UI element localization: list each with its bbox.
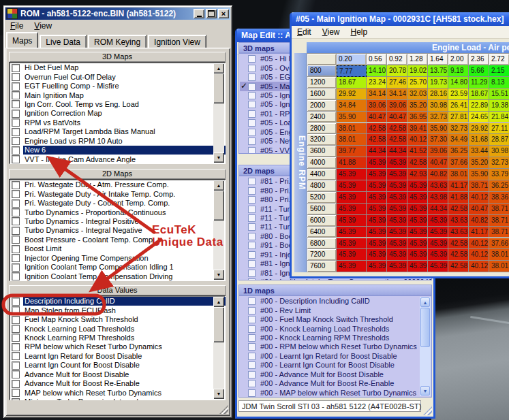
list-item[interactable]: Learnt Ign Count for Boost Disable — [10, 361, 226, 370]
scroll-down-arrow-icon[interactable]: ▼ — [213, 389, 224, 399]
map-cell[interactable]: 39.41 — [407, 123, 428, 135]
column-header[interactable]: 1.28 — [407, 53, 428, 65]
list-item[interactable]: Main Ignition Map — [10, 91, 226, 99]
map-cell[interactable]: 40.47 — [387, 112, 407, 123]
map-cell[interactable]: 45.39 — [337, 192, 367, 204]
checkbox[interactable] — [248, 353, 256, 360]
row-header[interactable]: 2800 — [307, 123, 337, 135]
list-item[interactable]: Description Including CalID — [10, 297, 226, 306]
map-cell[interactable]: 39.06 — [367, 100, 387, 112]
list-item[interactable]: #00 - MAP below which Reset Turbo Dynami… — [240, 388, 431, 397]
column-header[interactable]: 0.92 — [387, 53, 407, 65]
list-item[interactable]: Knock Learning Load Thresholds — [10, 324, 226, 333]
map-cell[interactable]: 45.39 — [367, 261, 387, 272]
map-cell[interactable]: 20.78 — [387, 65, 407, 77]
list-2d-maps[interactable]: Pri. Wastegate Duty - Atm. Pressure Comp… — [9, 179, 226, 281]
map-cell[interactable]: 36.25 — [448, 146, 469, 157]
map-cell[interactable]: 45.39 — [407, 192, 428, 204]
map-cell[interactable]: 45.39 — [407, 249, 428, 261]
map-cell[interactable]: 45.39 — [337, 180, 367, 192]
map-cell[interactable]: 45.39 — [428, 249, 448, 261]
map-cell[interactable]: 45.39 — [407, 180, 428, 192]
list-item[interactable]: Learnt Ign Retard for Boost Disable — [10, 352, 226, 361]
map-cell[interactable]: 45.39 — [367, 215, 387, 227]
checkbox[interactable] — [12, 181, 20, 189]
map-cell[interactable]: 38.71 — [469, 180, 489, 192]
tab-maps[interactable]: Maps — [6, 32, 38, 48]
scroll-up-arrow-icon[interactable]: ▲ — [213, 297, 224, 307]
checkbox[interactable] — [12, 343, 20, 351]
map-cell[interactable]: 30.98 — [428, 100, 448, 112]
map-cell[interactable]: 18.67 — [337, 77, 367, 88]
checkbox[interactable] — [12, 272, 20, 280]
checkbox[interactable] — [248, 214, 256, 222]
list-item[interactable]: VVT - Intake Cam Advance Angle — [10, 155, 226, 163]
checkbox[interactable] — [248, 297, 256, 305]
list-item[interactable]: #00 - Description Including CalID — [240, 297, 431, 306]
map-cell[interactable]: 38.71 — [489, 204, 509, 215]
map-cell[interactable]: 34.14 — [367, 88, 387, 100]
minimize-button[interactable] — [194, 9, 204, 18]
map-cell[interactable]: 30.98 — [489, 146, 509, 157]
map-cell[interactable]: 45.39 — [387, 192, 407, 204]
map-cell[interactable]: 37.66 — [448, 157, 469, 169]
checkbox[interactable] — [12, 217, 20, 225]
list-item[interactable]: #00 - RPM below which Reset Turbo Dynami… — [240, 342, 431, 351]
map-cell[interactable]: 36.25 — [489, 180, 509, 192]
map-cell[interactable]: 45.39 — [387, 169, 407, 180]
map-cell[interactable]: 2.15 — [489, 65, 509, 77]
list-item[interactable]: Advance Mult for Boost Re-Enable — [10, 379, 226, 388]
checkbox[interactable] — [248, 110, 256, 118]
list-item[interactable]: MAP below which Reset Turbo Dynamics — [10, 388, 226, 397]
map-cell[interactable]: 39.06 — [387, 100, 407, 112]
list-item[interactable]: Pri. Wastegate Duty - Coolant Temp. Comp… — [10, 199, 226, 208]
map-cell[interactable]: 40.12 — [469, 261, 489, 272]
row-header[interactable]: 3200 — [307, 134, 337, 146]
map-cell[interactable]: 42.58 — [407, 157, 428, 169]
map-cell[interactable]: 45.39 — [337, 261, 367, 272]
map-cell[interactable]: 45.39 — [367, 157, 387, 169]
checkbox[interactable] — [248, 233, 256, 240]
checkbox[interactable] — [248, 92, 256, 99]
map-cell[interactable]: 42.93 — [407, 169, 428, 180]
row-header[interactable]: 4000 — [307, 157, 337, 169]
list-1d-maps[interactable]: #00 - Description Including CalID#00 - R… — [238, 295, 432, 398]
map-cell[interactable]: 41.17 — [448, 180, 469, 192]
scroll-down-arrow-icon[interactable]: ▼ — [213, 270, 224, 280]
map-cell[interactable]: 38.01 — [337, 134, 367, 146]
map-cell[interactable]: 42.58 — [448, 261, 469, 272]
checkbox[interactable] — [12, 91, 20, 99]
map-cell[interactable]: 37.30 — [428, 134, 448, 146]
checkbox[interactable] — [12, 208, 20, 216]
checkbox[interactable] — [248, 307, 256, 314]
map-cell[interactable]: 40.47 — [367, 112, 387, 123]
map-cell[interactable]: 41.88 — [448, 192, 469, 204]
scroll-up-arrow-icon[interactable]: ▲ — [213, 63, 224, 74]
column-header[interactable]: 2.72 — [489, 53, 509, 65]
list-item[interactable]: Ignition Coolant Temp Compensation Idlin… — [10, 263, 226, 272]
checkbox[interactable] — [12, 118, 20, 127]
checkbox[interactable] — [12, 389, 20, 397]
map-cell[interactable]: 39.77 — [337, 146, 367, 157]
map-cell[interactable]: 40.47 — [428, 157, 448, 169]
list-item[interactable]: Boost Pressure - Coolant Temp. Comp. — [10, 236, 226, 244]
map-cell[interactable]: 45.39 — [367, 238, 387, 250]
map-cell[interactable]: 5.66 — [469, 65, 489, 77]
rom-menu-view[interactable]: View — [34, 21, 52, 31]
checkbox[interactable] — [248, 206, 256, 213]
row-header[interactable]: 1200 — [307, 77, 337, 88]
map-cell[interactable]: 19.73 — [428, 77, 448, 88]
checkbox[interactable] — [248, 119, 256, 127]
map-cell[interactable]: 45.39 — [428, 215, 448, 227]
checkbox[interactable] — [12, 254, 20, 262]
scrollbar[interactable]: ▲▼ — [420, 297, 431, 396]
tab-ignition-view[interactable]: Ignition View — [148, 35, 206, 48]
checkbox[interactable] — [12, 352, 20, 360]
list-item[interactable]: Turbo Dynamics - Integral Positive — [10, 217, 226, 226]
map-cell[interactable]: 32.73 — [489, 157, 509, 169]
list-item[interactable]: #00 - Learnt Ign Retard for Boost Disabl… — [240, 352, 431, 361]
close-button[interactable]: × — [218, 9, 229, 18]
checkbox[interactable] — [248, 325, 256, 333]
map-cell[interactable]: 41.88 — [337, 157, 367, 169]
map-cell[interactable]: 38.01 — [489, 249, 509, 261]
